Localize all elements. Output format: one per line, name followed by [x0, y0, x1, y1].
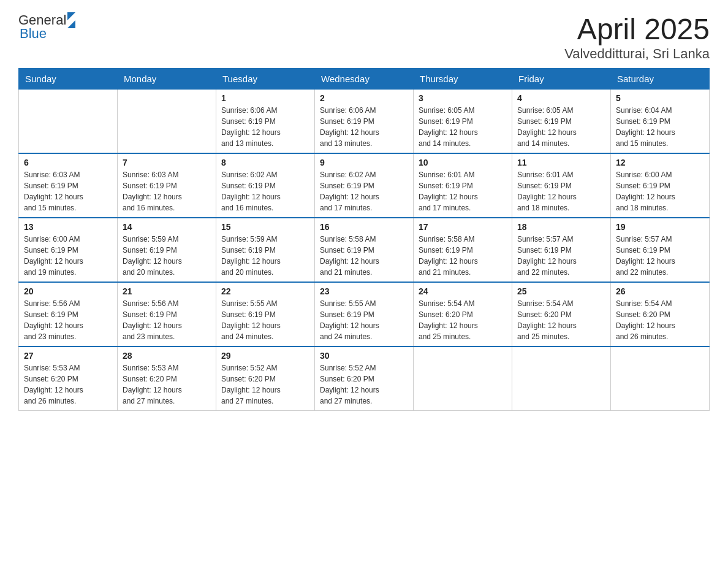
day-number: 13 [24, 222, 112, 232]
calendar-cell: 23Sunrise: 5:55 AM Sunset: 6:19 PM Dayli… [315, 282, 414, 347]
logo-blue: Blue [20, 26, 47, 42]
weekday-header-saturday: Saturday [611, 69, 710, 90]
day-info: Sunrise: 5:53 AM Sunset: 6:20 PM Dayligh… [24, 362, 112, 407]
calendar-cell [414, 347, 512, 411]
calendar-cell: 3Sunrise: 6:05 AM Sunset: 6:19 PM Daylig… [414, 90, 512, 154]
day-info: Sunrise: 5:52 AM Sunset: 6:20 PM Dayligh… [221, 362, 309, 407]
day-number: 29 [221, 351, 309, 361]
calendar-table: SundayMondayTuesdayWednesdayThursdayFrid… [18, 68, 710, 411]
page-title: April 2025 [564, 12, 710, 46]
calendar-cell [512, 347, 611, 411]
calendar-cell: 19Sunrise: 5:57 AM Sunset: 6:19 PM Dayli… [611, 218, 710, 282]
day-info: Sunrise: 5:58 AM Sunset: 6:19 PM Dayligh… [419, 234, 507, 278]
calendar-cell: 4Sunrise: 6:05 AM Sunset: 6:19 PM Daylig… [512, 90, 611, 154]
title-block: April 2025 Valvedditturai, Sri Lanka [564, 12, 710, 62]
calendar-cell: 11Sunrise: 6:01 AM Sunset: 6:19 PM Dayli… [512, 153, 611, 218]
day-info: Sunrise: 5:56 AM Sunset: 6:19 PM Dayligh… [123, 298, 211, 342]
calendar-cell: 6Sunrise: 6:03 AM Sunset: 6:19 PM Daylig… [19, 153, 118, 218]
day-number: 12 [616, 158, 704, 167]
calendar-cell [611, 347, 710, 411]
day-info: Sunrise: 5:59 AM Sunset: 6:19 PM Dayligh… [123, 234, 211, 278]
day-number: 20 [24, 286, 112, 296]
day-number: 10 [419, 158, 507, 167]
day-info: Sunrise: 6:01 AM Sunset: 6:19 PM Dayligh… [517, 169, 605, 213]
calendar-cell: 8Sunrise: 6:02 AM Sunset: 6:19 PM Daylig… [216, 153, 315, 218]
calendar-cell: 18Sunrise: 5:57 AM Sunset: 6:19 PM Dayli… [512, 218, 611, 282]
day-info: Sunrise: 5:57 AM Sunset: 6:19 PM Dayligh… [517, 234, 605, 278]
day-info: Sunrise: 5:56 AM Sunset: 6:19 PM Dayligh… [24, 298, 112, 342]
day-number: 19 [616, 222, 704, 232]
calendar-cell: 22Sunrise: 5:55 AM Sunset: 6:19 PM Dayli… [216, 282, 315, 347]
calendar-week-4: 20Sunrise: 5:56 AM Sunset: 6:19 PM Dayli… [19, 282, 710, 347]
day-info: Sunrise: 5:54 AM Sunset: 6:20 PM Dayligh… [616, 298, 704, 342]
day-number: 4 [517, 93, 605, 103]
calendar-cell: 30Sunrise: 5:52 AM Sunset: 6:20 PM Dayli… [315, 347, 414, 411]
calendar-cell: 12Sunrise: 6:00 AM Sunset: 6:19 PM Dayli… [611, 153, 710, 218]
calendar-cell: 1Sunrise: 6:06 AM Sunset: 6:19 PM Daylig… [216, 90, 315, 154]
calendar-cell: 29Sunrise: 5:52 AM Sunset: 6:20 PM Dayli… [216, 347, 315, 411]
page-header: General Blue April 2025 Valvedditturai, … [18, 12, 710, 62]
day-info: Sunrise: 5:53 AM Sunset: 6:20 PM Dayligh… [123, 362, 211, 407]
calendar-cell: 9Sunrise: 6:02 AM Sunset: 6:19 PM Daylig… [315, 153, 414, 218]
day-number: 26 [616, 286, 704, 296]
day-info: Sunrise: 5:58 AM Sunset: 6:19 PM Dayligh… [320, 234, 408, 278]
day-info: Sunrise: 6:06 AM Sunset: 6:19 PM Dayligh… [320, 105, 408, 149]
day-number: 24 [419, 286, 507, 296]
day-info: Sunrise: 6:00 AM Sunset: 6:19 PM Dayligh… [24, 234, 112, 278]
day-number: 28 [123, 351, 211, 361]
day-info: Sunrise: 5:54 AM Sunset: 6:20 PM Dayligh… [419, 298, 507, 342]
day-number: 27 [24, 351, 112, 361]
day-number: 25 [517, 286, 605, 296]
day-number: 8 [221, 158, 309, 167]
weekday-header-wednesday: Wednesday [315, 69, 414, 90]
day-number: 14 [123, 222, 211, 232]
calendar-cell [19, 90, 118, 154]
calendar-cell: 27Sunrise: 5:53 AM Sunset: 6:20 PM Dayli… [19, 347, 118, 411]
day-number: 2 [320, 93, 408, 103]
day-number: 3 [419, 93, 507, 103]
weekday-header-sunday: Sunday [19, 69, 118, 90]
day-info: Sunrise: 6:05 AM Sunset: 6:19 PM Dayligh… [419, 105, 507, 149]
weekday-header-friday: Friday [512, 69, 611, 90]
day-info: Sunrise: 6:05 AM Sunset: 6:19 PM Dayligh… [517, 105, 605, 149]
calendar-header-row: SundayMondayTuesdayWednesdayThursdayFrid… [19, 69, 710, 90]
day-info: Sunrise: 5:59 AM Sunset: 6:19 PM Dayligh… [221, 234, 309, 278]
calendar-cell: 2Sunrise: 6:06 AM Sunset: 6:19 PM Daylig… [315, 90, 414, 154]
day-number: 17 [419, 222, 507, 232]
calendar-cell: 25Sunrise: 5:54 AM Sunset: 6:20 PM Dayli… [512, 282, 611, 347]
day-number: 18 [517, 222, 605, 232]
calendar-cell: 20Sunrise: 5:56 AM Sunset: 6:19 PM Dayli… [19, 282, 118, 347]
calendar-cell: 13Sunrise: 6:00 AM Sunset: 6:19 PM Dayli… [19, 218, 118, 282]
day-number: 22 [221, 286, 309, 296]
day-number: 7 [123, 158, 211, 167]
weekday-header-tuesday: Tuesday [216, 69, 315, 90]
day-info: Sunrise: 6:03 AM Sunset: 6:19 PM Dayligh… [123, 169, 211, 213]
day-info: Sunrise: 5:55 AM Sunset: 6:19 PM Dayligh… [221, 298, 309, 342]
day-info: Sunrise: 6:01 AM Sunset: 6:19 PM Dayligh… [419, 169, 507, 213]
calendar-cell: 16Sunrise: 5:58 AM Sunset: 6:19 PM Dayli… [315, 218, 414, 282]
day-number: 23 [320, 286, 408, 296]
calendar-cell: 10Sunrise: 6:01 AM Sunset: 6:19 PM Dayli… [414, 153, 512, 218]
day-number: 21 [123, 286, 211, 296]
calendar-cell: 14Sunrise: 5:59 AM Sunset: 6:19 PM Dayli… [118, 218, 216, 282]
day-number: 9 [320, 158, 408, 167]
calendar-week-2: 6Sunrise: 6:03 AM Sunset: 6:19 PM Daylig… [19, 153, 710, 218]
day-info: Sunrise: 6:04 AM Sunset: 6:19 PM Dayligh… [616, 105, 704, 149]
page-subtitle: Valvedditturai, Sri Lanka [564, 46, 710, 62]
day-info: Sunrise: 5:52 AM Sunset: 6:20 PM Dayligh… [320, 362, 408, 407]
day-info: Sunrise: 6:02 AM Sunset: 6:19 PM Dayligh… [221, 169, 309, 213]
calendar-cell: 24Sunrise: 5:54 AM Sunset: 6:20 PM Dayli… [414, 282, 512, 347]
calendar-week-5: 27Sunrise: 5:53 AM Sunset: 6:20 PM Dayli… [19, 347, 710, 411]
calendar-cell: 7Sunrise: 6:03 AM Sunset: 6:19 PM Daylig… [118, 153, 216, 218]
calendar-cell: 21Sunrise: 5:56 AM Sunset: 6:19 PM Dayli… [118, 282, 216, 347]
calendar-cell: 17Sunrise: 5:58 AM Sunset: 6:19 PM Dayli… [414, 218, 512, 282]
day-info: Sunrise: 6:03 AM Sunset: 6:19 PM Dayligh… [24, 169, 112, 213]
day-info: Sunrise: 6:06 AM Sunset: 6:19 PM Dayligh… [221, 105, 309, 149]
day-number: 1 [221, 93, 309, 103]
calendar-week-1: 1Sunrise: 6:06 AM Sunset: 6:19 PM Daylig… [19, 90, 710, 154]
weekday-header-monday: Monday [118, 69, 216, 90]
day-number: 6 [24, 158, 112, 167]
day-number: 11 [517, 158, 605, 167]
logo: General Blue [18, 12, 75, 42]
day-info: Sunrise: 6:00 AM Sunset: 6:19 PM Dayligh… [616, 169, 704, 213]
